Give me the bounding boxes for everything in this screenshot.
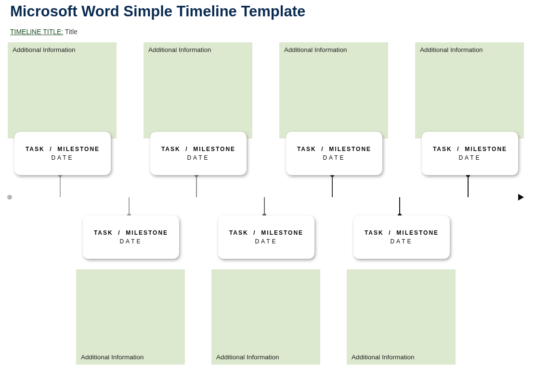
additional-info-box: Additional Information bbox=[415, 42, 524, 139]
additional-info-box: Additional Information bbox=[211, 269, 320, 365]
milestone-card: TASK / MILESTONEDATE bbox=[14, 132, 111, 175]
subtitle-label: TIMELINE TITLE: bbox=[10, 28, 63, 36]
milestone-task-line: TASK / MILESTONE bbox=[433, 146, 507, 152]
milestone-card: TASK / MILESTONEDATE bbox=[353, 215, 450, 259]
milestone-card: TASK / MILESTONEDATE bbox=[150, 132, 247, 175]
milestone-task-line: TASK / MILESTONE bbox=[229, 229, 303, 236]
milestone-date-line: DATE bbox=[187, 154, 209, 161]
milestone-card: TASK / MILESTONEDATE bbox=[286, 132, 382, 175]
milestone-task-line: TASK / MILESTONE bbox=[365, 229, 439, 236]
milestone-task-line: TASK / MILESTONE bbox=[94, 229, 168, 236]
additional-info-box: Additional Information bbox=[347, 269, 456, 365]
timeline-template: Microsoft Word Simple Timeline Template … bbox=[0, 0, 535, 392]
milestone-date-line: DATE bbox=[51, 154, 74, 161]
milestone-card: TASK / MILESTONEDATE bbox=[422, 132, 518, 175]
additional-info-box: Additional Information bbox=[8, 42, 117, 139]
milestone-date-line: DATE bbox=[255, 238, 277, 245]
additional-info-box: Additional Information bbox=[144, 42, 252, 139]
timeline-subtitle: TIMELINE TITLE: Title bbox=[10, 28, 78, 36]
subtitle-value-text: Title bbox=[65, 28, 78, 36]
milestone-card: TASK / MILESTONEDATE bbox=[218, 215, 314, 259]
additional-info-box: Additional Information bbox=[76, 269, 185, 365]
milestone-date-line: DATE bbox=[390, 238, 413, 245]
milestone-task-line: TASK / MILESTONE bbox=[161, 146, 235, 152]
svg-point-1 bbox=[7, 195, 12, 200]
milestone-date-line: DATE bbox=[119, 238, 142, 245]
milestone-date-line: DATE bbox=[458, 154, 481, 161]
milestone-task-line: TASK / MILESTONE bbox=[297, 146, 371, 152]
milestone-date-line: DATE bbox=[323, 154, 345, 161]
milestone-task-line: TASK / MILESTONE bbox=[26, 146, 100, 152]
milestone-card: TASK / MILESTONEDATE bbox=[83, 215, 179, 259]
additional-info-box: Additional Information bbox=[279, 42, 388, 139]
page-title: Microsoft Word Simple Timeline Template bbox=[10, 3, 305, 20]
svg-marker-2 bbox=[518, 194, 524, 201]
